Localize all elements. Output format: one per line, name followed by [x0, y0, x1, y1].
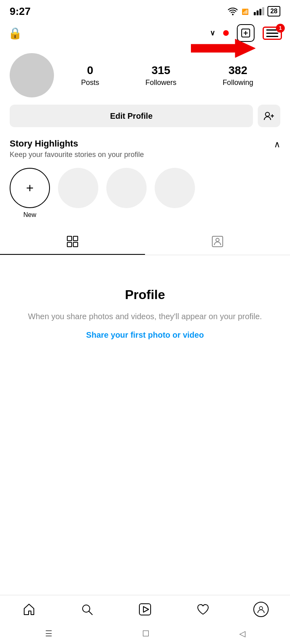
battery-indicator: 28	[267, 6, 280, 17]
svg-point-17	[216, 238, 219, 242]
dropdown-arrow-icon: ∨	[210, 29, 215, 37]
svg-rect-3	[259, 9, 261, 15]
highlight-circle-3[interactable]	[155, 168, 195, 208]
status-time: 9:27	[10, 5, 31, 18]
bottom-nav	[0, 595, 290, 623]
wifi-icon	[227, 7, 238, 15]
nav-home-button[interactable]	[17, 597, 41, 621]
plus-icon: +	[26, 181, 34, 196]
menu-button-wrapper: 1	[263, 27, 282, 40]
lock-icon: 🔒	[8, 27, 22, 40]
highlight-circle-1[interactable]	[58, 168, 98, 208]
following-stat[interactable]: 382 Following	[223, 64, 253, 87]
svg-rect-12	[67, 236, 72, 241]
add-post-button[interactable]	[237, 24, 255, 42]
menu-button-highlight: 1	[263, 27, 282, 40]
add-person-button[interactable]	[258, 105, 280, 127]
posts-stat[interactable]: 0 Posts	[81, 64, 99, 87]
search-icon	[80, 603, 94, 616]
nav-search-button[interactable]	[75, 597, 99, 621]
story-highlights-title: Story Highlights	[10, 138, 144, 149]
menu-line-3	[266, 36, 278, 37]
phone-signal-icon: 📶	[242, 7, 251, 15]
svg-line-19	[89, 611, 92, 615]
following-count: 382	[228, 64, 247, 77]
nav-activity-button[interactable]	[191, 597, 215, 621]
tab-tagged[interactable]	[145, 231, 290, 255]
android-nav: ☰ ☐ ◁	[0, 623, 290, 644]
highlight-item-1[interactable]	[58, 168, 98, 219]
edit-profile-section: Edit Profile	[0, 97, 290, 134]
posts-count: 0	[87, 64, 93, 77]
profile-nav-icon	[257, 605, 265, 614]
status-bar: 9:27 📶 28	[0, 0, 290, 21]
nav-profile-button[interactable]	[249, 597, 273, 621]
empty-posts-section: Profile When you share photos and videos…	[0, 255, 290, 356]
top-nav-right: ∨ 1	[210, 24, 282, 42]
menu-badge: 1	[276, 24, 285, 33]
new-highlight-label: New	[23, 211, 36, 219]
edit-profile-button[interactable]: Edit Profile	[10, 105, 253, 127]
android-menu-button[interactable]: ☰	[45, 629, 52, 638]
menu-line-2	[266, 33, 278, 34]
plus-square-icon	[241, 28, 251, 38]
svg-point-9	[265, 112, 269, 116]
home-icon	[22, 603, 36, 616]
tabs-bar	[0, 231, 290, 255]
story-highlights-header: Story Highlights Keep your favourite sto…	[0, 134, 290, 161]
nav-reels-button[interactable]	[133, 597, 157, 621]
new-highlight-circle[interactable]: +	[10, 168, 50, 208]
new-highlight-item[interactable]: + New	[10, 168, 50, 219]
svg-marker-21	[143, 607, 149, 612]
grid-tab-icon	[66, 235, 79, 250]
followers-count: 315	[151, 64, 170, 77]
posts-label: Posts	[81, 78, 99, 87]
heart-icon	[196, 603, 210, 616]
svg-point-22	[259, 607, 263, 610]
empty-posts-subtitle: When you share photos and videos, they'l…	[28, 310, 262, 322]
svg-rect-1	[254, 12, 256, 15]
followers-label: Followers	[145, 78, 176, 87]
svg-rect-4	[262, 7, 264, 15]
chevron-up-icon[interactable]: ∧	[274, 139, 280, 150]
share-first-photo-link[interactable]: Share your first photo or video	[86, 330, 204, 340]
svg-rect-14	[67, 242, 72, 247]
reels-icon	[138, 603, 152, 616]
highlight-item-3[interactable]	[155, 168, 195, 219]
profile-avatar-section: 0 Posts 315 Followers 382 Following	[0, 45, 290, 97]
online-dot-indicator	[223, 30, 229, 36]
empty-posts-title: Profile	[125, 287, 165, 302]
add-person-icon	[263, 111, 275, 121]
signal-bars-icon	[254, 7, 264, 15]
profile-stats: 0 Posts 315 Followers 382 Following	[54, 64, 280, 87]
avatar[interactable]	[10, 53, 54, 97]
svg-text:📶: 📶	[242, 8, 249, 15]
highlight-item-2[interactable]	[106, 168, 147, 219]
highlight-circle-2[interactable]	[106, 168, 147, 208]
svg-rect-2	[257, 10, 259, 15]
svg-rect-15	[73, 242, 78, 247]
username-dropdown[interactable]: ∨	[210, 29, 215, 37]
svg-rect-13	[73, 236, 78, 241]
tab-grid[interactable]	[0, 231, 145, 255]
status-icons: 📶 28	[227, 6, 280, 17]
android-back-button[interactable]: ◁	[239, 629, 245, 638]
followers-stat[interactable]: 315 Followers	[145, 64, 176, 87]
top-nav: 🔒 ∨ 1	[0, 21, 290, 45]
grid-icon	[66, 235, 79, 248]
profile-nav-circle	[253, 602, 269, 617]
following-label: Following	[223, 78, 253, 87]
android-home-button[interactable]: ☐	[142, 629, 149, 638]
tagged-tab-icon	[211, 235, 224, 250]
story-highlights-subtitle: Keep your favourite stories on your prof…	[10, 151, 144, 159]
highlights-row: + New	[0, 161, 290, 227]
story-highlights-title-block: Story Highlights Keep your favourite sto…	[10, 138, 144, 159]
person-tag-icon	[211, 235, 224, 248]
